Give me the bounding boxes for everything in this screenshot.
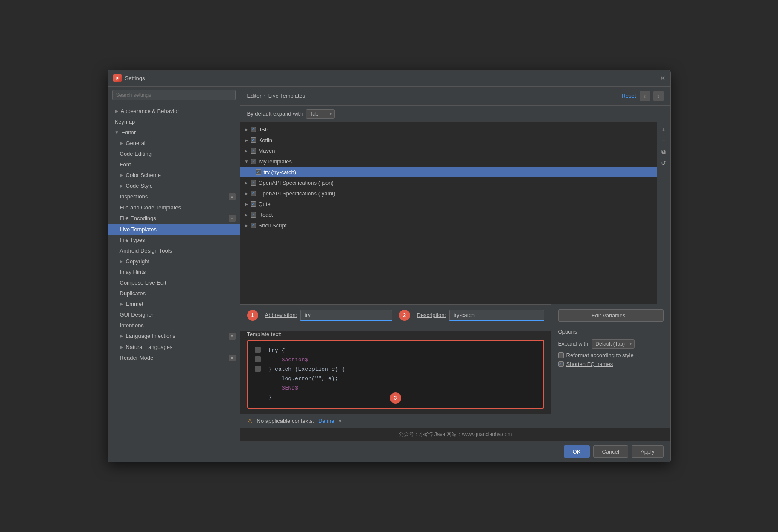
nav-back-button[interactable]: ‹ (640, 91, 650, 101)
group-checkbox[interactable] (251, 137, 256, 143)
group-checkbox[interactable] (251, 201, 256, 207)
shorten-fq-checkbox[interactable] (558, 361, 564, 367)
breadcrumb-current: Live Templates (268, 93, 305, 99)
arrow-icon: ▶ (120, 334, 123, 338)
edit-variables-button[interactable]: Edit Variables... (558, 309, 664, 322)
sidebar-item-compose-live-edit[interactable]: Compose Live Edit (108, 277, 240, 288)
expand-with-select[interactable]: Default (Tab) Tab Enter Space (592, 339, 635, 349)
template-group-openapi-yaml[interactable]: ▶ OpenAPI Specifications (.yaml) (240, 188, 657, 199)
reset-button[interactable]: Reset (622, 93, 636, 99)
arrow-icon: ▶ (115, 109, 118, 113)
gutter-marker (255, 356, 261, 362)
group-checkbox[interactable] (251, 148, 256, 154)
add-template-button[interactable]: + (659, 125, 668, 134)
sidebar-item-label: Keymap (115, 119, 135, 125)
options-title: Options (558, 329, 664, 335)
sidebar-item-label: Reader Mode (120, 355, 154, 361)
sidebar-item-inspections[interactable]: Inspections ≡ (108, 191, 240, 202)
sidebar-item-label: File Encodings (120, 215, 156, 221)
sidebar-item-intentions[interactable]: Intentions (108, 320, 240, 331)
panel-body: ▶ JSP ▶ Kotlin ▶ (240, 122, 670, 428)
template-group-openapi-json[interactable]: ▶ OpenAPI Specifications (.json) (240, 177, 657, 188)
sidebar-item-file-encodings[interactable]: File Encodings ≡ (108, 213, 240, 224)
nav-fwd-button[interactable]: › (653, 91, 664, 101)
group-label: JSP (259, 126, 269, 133)
sidebar-item-code-editing[interactable]: Code Editing (108, 148, 240, 159)
template-item-try[interactable]: try (try-catch) (240, 167, 657, 177)
breadcrumb-separator: › (264, 93, 265, 99)
restore-template-button[interactable]: ↺ (659, 158, 668, 168)
template-group-shell[interactable]: ▶ Shell Script (240, 220, 657, 231)
sidebar-item-label: Duplicates (120, 290, 146, 297)
sidebar-item-general[interactable]: ▶ General (108, 138, 240, 148)
expand-select[interactable]: Tab Enter Space (306, 109, 335, 119)
template-group-kotlin[interactable]: ▶ Kotlin (240, 135, 657, 145)
sidebar-item-editor[interactable]: ▼ Editor (108, 127, 240, 138)
sidebar-item-file-code-templates[interactable]: File and Code Templates (108, 202, 240, 213)
sidebar-item-language-injections[interactable]: ▶ Language Injections ≡ (108, 331, 240, 342)
badge-icon: ≡ (229, 355, 236, 361)
item-checkbox[interactable] (256, 169, 261, 175)
sidebar-item-copyright[interactable]: ▶ Copyright (108, 256, 240, 267)
badge-icon: ≡ (229, 193, 236, 200)
window-title: Settings (125, 75, 145, 81)
template-group-jsp[interactable]: ▶ JSP (240, 124, 657, 135)
apply-button[interactable]: Apply (632, 445, 664, 458)
sidebar-item-label: Editor (121, 129, 136, 136)
abbreviation-input[interactable] (300, 310, 392, 321)
sidebar-item-emmet[interactable]: ▶ Emmet (108, 299, 240, 309)
sidebar-item-file-types[interactable]: File Types (108, 235, 240, 245)
group-arrow: ▶ (245, 127, 248, 132)
close-button[interactable]: ✕ (660, 74, 665, 82)
sidebar-item-keymap[interactable]: Keymap (108, 116, 240, 127)
cancel-button[interactable]: Cancel (593, 445, 628, 458)
template-group-react[interactable]: ▶ React (240, 209, 657, 220)
sidebar-item-font[interactable]: Font (108, 159, 240, 170)
group-checkbox[interactable] (251, 159, 256, 164)
reformat-label: Reformat according to style (566, 352, 634, 358)
template-group-maven[interactable]: ▶ Maven (240, 145, 657, 156)
group-checkbox[interactable] (251, 127, 256, 132)
sidebar-item-label: Emmet (126, 301, 143, 307)
template-group-mytemplates[interactable]: ▼ MyTemplates (240, 156, 657, 167)
define-link[interactable]: Define (318, 418, 335, 424)
search-input[interactable] (112, 90, 236, 100)
group-arrow: ▼ (245, 159, 249, 164)
sidebar-item-color-scheme[interactable]: ▶ Color Scheme (108, 170, 240, 180)
sidebar-item-inlay-hints[interactable]: Inlay Hints (108, 267, 240, 277)
description-input[interactable] (449, 310, 544, 321)
copy-template-button[interactable]: ⧉ (659, 147, 668, 157)
sidebar-item-android-design-tools[interactable]: Android Design Tools (108, 245, 240, 256)
title-bar: P Settings ✕ (108, 70, 670, 87)
reformat-checkbox[interactable] (558, 352, 564, 358)
expand-with-select-wrapper: Default (Tab) Tab Enter Space (592, 339, 635, 349)
code-line-5: $END$ (268, 384, 536, 393)
abbreviation-group: Abbreviation: (265, 310, 392, 321)
sidebar-item-appearance-behavior[interactable]: ▶ Appearance & Behavior (108, 106, 240, 116)
sidebar-item-live-templates[interactable]: Live Templates (108, 224, 240, 235)
group-checkbox[interactable] (251, 180, 256, 186)
code-line-1: try { (268, 346, 536, 355)
step2-badge: 2 (399, 310, 410, 321)
template-group-qute[interactable]: ▶ Qute (240, 199, 657, 209)
breadcrumb-parent: Editor (247, 93, 262, 99)
group-checkbox[interactable] (251, 223, 256, 228)
sidebar-item-gui-designer[interactable]: GUI Designer (108, 309, 240, 320)
sidebar-tree: ▶ Appearance & Behavior Keymap ▼ Editor … (108, 104, 240, 462)
dialog-buttons: OK Cancel Apply (240, 441, 670, 462)
sidebar-item-reader-mode[interactable]: Reader Mode ≡ (108, 352, 240, 363)
sidebar-item-label: Code Editing (120, 151, 152, 157)
group-checkbox[interactable] (251, 191, 256, 196)
code-line-3: } catch (Exception e) { (268, 365, 536, 374)
group-checkbox[interactable] (251, 212, 256, 218)
group-arrow: ▶ (245, 223, 248, 228)
sidebar-item-label: Language Injections (126, 333, 175, 339)
badge-icon: ≡ (229, 215, 236, 222)
sidebar-search-container (108, 87, 240, 104)
sidebar-item-natural-languages[interactable]: ▶ Natural Languages (108, 342, 240, 352)
ok-button[interactable]: OK (564, 445, 590, 458)
code-gutter (255, 346, 265, 403)
sidebar-item-code-style[interactable]: ▶ Code Style (108, 180, 240, 191)
sidebar-item-duplicates[interactable]: Duplicates (108, 288, 240, 299)
remove-template-button[interactable]: − (659, 136, 668, 145)
